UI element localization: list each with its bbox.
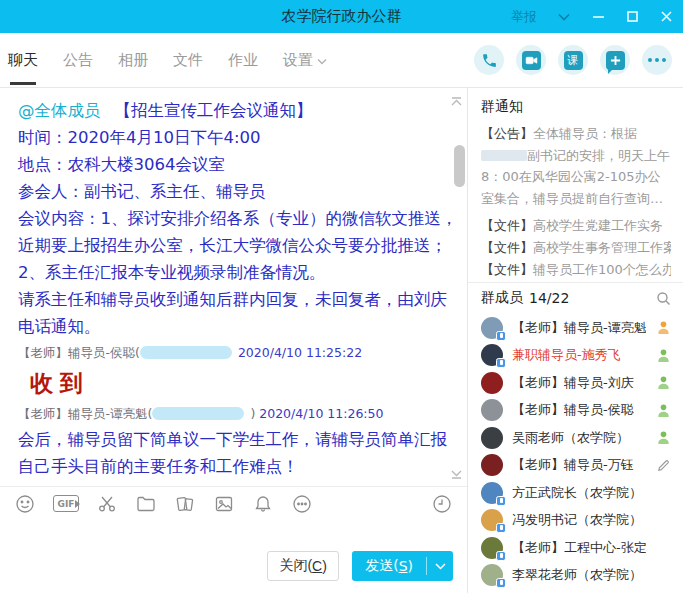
avatar [481, 399, 503, 421]
member-row[interactable]: 【老师】辅导员-谭亮魁 [468, 314, 683, 342]
member-name: 兼职辅导员-施秀飞 [512, 346, 646, 364]
member-name: 吴雨老师（农学院） [512, 429, 646, 447]
avatar [481, 372, 503, 394]
course-icon: 课 [564, 51, 583, 70]
paren-close: ) [250, 406, 255, 421]
course-button[interactable]: 课 [558, 45, 588, 75]
online-status-icon [655, 320, 671, 336]
sender-line: 【老师】辅导员-侯聪(2020/4/10 11:25:22 [18, 341, 445, 365]
member-row[interactable]: 【老师】辅导员-万钰 [468, 452, 683, 480]
gif-icon[interactable]: GIF [53, 495, 79, 512]
tab-homework[interactable]: 作业 [228, 33, 258, 88]
message-line: 电话通知。 [18, 313, 445, 340]
avatar [481, 344, 503, 366]
message-timestamp: 2020/4/10 11:25:22 [238, 345, 362, 360]
avatar [481, 317, 503, 339]
tab-chat[interactable]: 聊天 [8, 33, 38, 88]
member-row[interactable]: 冯发明书记（农学院） [468, 507, 683, 535]
avatar [481, 454, 503, 476]
notice-announcement-item[interactable]: 【公告】全体辅导员：根据副书记的安排，明天上午8：00在风华园公寓2-105办公… [481, 123, 671, 209]
member-row[interactable]: 吴雨老师（农学院） [468, 424, 683, 452]
message-input[interactable] [0, 520, 467, 548]
maximize-icon[interactable] [625, 10, 639, 24]
file-prefix: 【文件】 [481, 240, 533, 255]
mention-all[interactable]: @全体成员 [18, 101, 101, 120]
minimize-icon[interactable] [591, 10, 605, 24]
more-tools-icon[interactable] [291, 493, 313, 515]
censored-name [481, 150, 527, 161]
video-camera-icon [522, 51, 541, 70]
close-button[interactable]: 关闭(C) [267, 551, 339, 581]
send-image-icon[interactable] [213, 493, 235, 515]
phone-icon [481, 52, 498, 69]
tab-bar: 聊天 公告 相册 文件 作业 设置 课 [0, 33, 683, 88]
member-list[interactable]: 【老师】辅导员-谭亮魁 兼职辅导员-施秀飞 【老师】辅导员-刘庆 【老师】辅导员… [468, 314, 683, 593]
report-button[interactable]: 举报 [511, 8, 537, 26]
sender-name[interactable]: 【老师】辅导员-侯聪( [18, 345, 140, 360]
status-placeholder [655, 512, 671, 528]
member-name: 【老师】辅导员-侯聪 [512, 401, 646, 419]
member-row[interactable]: 李翠花老师（农学院） [468, 562, 683, 590]
notice-file-item[interactable]: 【文件】高校学生党建工作实务（... [481, 215, 671, 237]
avatar [481, 564, 503, 586]
shake-window-icon[interactable] [174, 493, 196, 515]
notice-file-item[interactable]: 【文件】高校学生事务管理工作案... [481, 237, 671, 259]
sender-name[interactable]: 【老师】辅导员-谭亮魁( [18, 406, 152, 421]
member-row[interactable]: 兼职辅导员-施秀飞 [468, 342, 683, 370]
tab-album[interactable]: 相册 [118, 33, 148, 88]
message-line: 时间：2020年4月10日下午4:00 [18, 124, 445, 151]
more-actions-button[interactable] [642, 45, 672, 75]
title-bar: 农学院行政办公群 举报 [0, 0, 683, 33]
member-row[interactable]: 【老师】辅导员-刘庆 [468, 369, 683, 397]
member-count: 14/22 [529, 290, 569, 306]
scroll-to-top-icon[interactable] [449, 92, 464, 104]
red-reply-text: 收到 [18, 365, 445, 401]
online-status-icon [655, 375, 671, 391]
status-placeholder [655, 567, 671, 583]
emoji-icon[interactable] [14, 493, 36, 515]
close-icon[interactable] [659, 10, 673, 24]
member-row[interactable]: 方正武院长（农学院） [468, 479, 683, 507]
composer-buttons: 关闭(C) 发送(S) [267, 551, 453, 581]
notice-file-item[interactable]: 【文件】辅导员工作100个怎么办... [481, 259, 671, 281]
file-prefix: 【文件】 [481, 218, 533, 233]
group-members-title: 群成员 [481, 289, 523, 307]
status-placeholder [655, 540, 671, 556]
send-label-end: ) [408, 558, 413, 574]
voice-call-button[interactable] [474, 45, 504, 75]
avatar [481, 427, 503, 449]
video-call-button[interactable] [516, 45, 546, 75]
tab-announcement[interactable]: 公告 [63, 33, 93, 88]
tab-files[interactable]: 文件 [173, 33, 203, 88]
message-line: 地点：农科大楼3064会议室 [18, 151, 445, 178]
message-line: 参会人：副书记、系主任、辅导员 [18, 178, 445, 205]
chevron-down-icon[interactable] [557, 10, 571, 24]
scroll-to-bottom-icon[interactable] [449, 466, 464, 478]
member-row[interactable]: 【老师】辅导员-侯聪 [468, 397, 683, 425]
send-button[interactable]: 发送(S) [352, 551, 426, 581]
message-line: @全体成员【招生宣传工作会议通知】 [18, 97, 445, 124]
message-line: 请系主任和辅导员收到通知后群内回复，未回复者，由刘庆 [18, 286, 445, 313]
send-label: 发送( [365, 557, 398, 575]
more-dots-icon [648, 58, 666, 62]
message-line: 会后，辅导员留下简单议一下学生工作，请辅导员简单汇报 [18, 426, 445, 453]
search-icon[interactable] [656, 291, 671, 306]
send-options-button[interactable] [427, 551, 453, 581]
mobile-badge-icon [496, 551, 506, 561]
mobile-badge-icon [496, 578, 506, 588]
send-file-folder-icon[interactable] [135, 493, 157, 515]
send-button-group: 发送(S) [352, 551, 453, 581]
notification-bell-icon[interactable] [252, 493, 274, 515]
member-name: 【老师】辅导员-谭亮魁 [512, 319, 646, 337]
tab-settings[interactable]: 设置 [283, 33, 327, 88]
mobile-badge-icon [496, 496, 506, 506]
message-history-clock-icon[interactable] [431, 493, 453, 515]
chat-panel: @全体成员【招生宣传工作会议通知】 时间：2020年4月10日下午4:00 地点… [0, 88, 468, 593]
screenshot-scissors-icon[interactable] [96, 493, 118, 515]
chat-scrollbar-thumb[interactable] [454, 145, 465, 187]
member-row[interactable]: 【老师】工程中心-张定国 [468, 534, 683, 562]
group-post-button[interactable] [600, 45, 630, 75]
chat-message-area[interactable]: @全体成员【招生宣传工作会议通知】 时间：2020年4月10日下午4:00 地点… [0, 88, 467, 486]
file-name: 辅导员工作100个怎么办... [533, 262, 671, 277]
message-line: 会议内容：1、探讨安排介绍各系（专业）的微信软文推送， [18, 205, 445, 232]
